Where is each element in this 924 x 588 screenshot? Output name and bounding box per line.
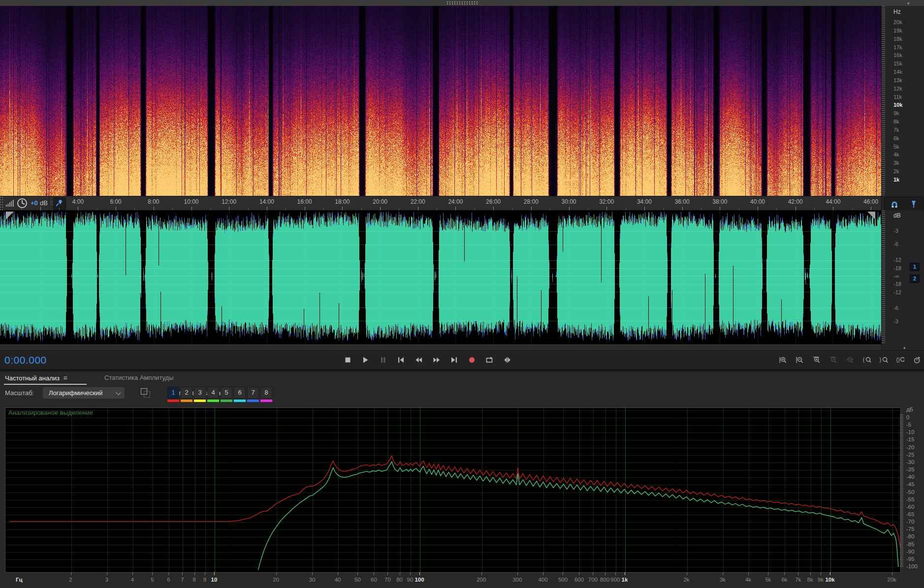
ruler-scroll-icon[interactable]: ▾ [907, 1, 910, 6]
transport-rewind-button[interactable] [413, 354, 425, 366]
timeline-tick [437, 208, 437, 210]
x-tick [593, 572, 593, 575]
magnet-icon [890, 200, 899, 209]
play-icon [361, 356, 370, 364]
x-tick-label: 2 [69, 577, 72, 583]
x-tick [543, 572, 543, 575]
hold-button-8[interactable]: 8 [260, 387, 272, 402]
y-tick-label: -90 [906, 549, 915, 555]
x-tick [798, 572, 798, 575]
audition-window: Hz ▾ 20k19k18k17k16k15k14k13k12k11k10k9k… [0, 0, 924, 588]
timeline-label: 46:00 [863, 198, 878, 205]
x-tick-label: 900 [610, 577, 620, 583]
frequency-plot[interactable] [5, 408, 900, 572]
panel-menu-icon[interactable]: ≡ [62, 374, 67, 382]
chevron-down-icon [116, 390, 121, 395]
hold-button-1[interactable]: 1 [167, 387, 179, 402]
copy-graph-button[interactable] [141, 388, 150, 397]
amplitude-ruler[interactable]: dB -3-6-12-18-∞-18-12-6-312 [881, 211, 924, 344]
y-tick-label: -60 [906, 504, 915, 510]
scale-select[interactable]: Логарифмический [42, 387, 125, 399]
timeline-tick [305, 207, 305, 210]
panel-grip[interactable] [0, 196, 3, 210]
spectrogram-view[interactable] [0, 6, 881, 196]
marker-pin-button[interactable] [907, 198, 920, 210]
transport-pause-button[interactable] [377, 354, 389, 366]
tab-frequency-analysis[interactable]: Частотный анализ ≡ [5, 374, 67, 382]
hold-button-label: 2 [181, 387, 192, 399]
x-tick [517, 572, 518, 575]
x-tick-label: 20k [887, 577, 896, 583]
waveform-view[interactable] [0, 211, 881, 344]
y-tick-label: -10 [906, 429, 915, 435]
transport-fast-forward-button[interactable] [430, 354, 443, 366]
x-tick-label: 1k [622, 577, 628, 583]
snapping-magnet-button[interactable] [888, 198, 900, 210]
timeline-label: 24:00 [448, 198, 463, 205]
ruler-scroll-down-icon[interactable]: ▴ [903, 345, 906, 350]
x-tick [276, 572, 277, 575]
transport-go-start-button[interactable] [395, 354, 407, 366]
x-tick-label: 40 [335, 577, 341, 583]
channel-badge[interactable]: 2 [910, 275, 920, 283]
zoom-out-point-button[interactable]: } [877, 354, 890, 366]
frequency-ruler-ticks [882, 6, 885, 196]
timeline-tick [512, 208, 512, 210]
zoom-selection-width-button[interactable]: {} [894, 354, 906, 366]
transport-go-end-button[interactable] [448, 354, 460, 366]
timeline-tick [361, 208, 362, 210]
x-tick-label: 7 [181, 577, 184, 583]
frequency-ruler[interactable]: Hz ▾ 20k19k18k17k16k15k14k13k12k11k10k9k… [881, 6, 924, 196]
hz-ruler-label: 9k [893, 110, 899, 116]
channel-badge[interactable]: 1 [910, 263, 920, 271]
x-tick [748, 572, 749, 575]
db-unit-label: dB [893, 212, 901, 219]
tab-amplitude-statistics[interactable]: Статистика Амплитуды [104, 374, 173, 381]
hz-ruler-label: 16k [893, 52, 902, 58]
zoom-in-horizontal-button[interactable] [810, 354, 823, 366]
zoom-out-vertical-button[interactable] [794, 354, 806, 366]
zoom-in-point-button[interactable]: { [860, 354, 873, 366]
skip-selection-icon [503, 356, 511, 364]
hz-ruler-label: 15k [893, 61, 902, 66]
fade-out-handle[interactable] [867, 212, 875, 219]
timeline-tick [342, 207, 343, 210]
x-tick-label: 70 [384, 577, 391, 583]
x-tick [768, 572, 768, 575]
x-tick [410, 572, 411, 575]
transport-play-button[interactable] [359, 354, 372, 366]
db-ruler-label: -12 [893, 289, 901, 295]
hold-button-7[interactable]: 7 [247, 387, 259, 402]
x-tick-label: 9k [818, 577, 824, 583]
timeline-ruler[interactable]: +0 dB 00 4:006:008:0010:0012:0014:0016:0… [0, 196, 881, 211]
hold-color-strip [260, 400, 272, 402]
hz-ruler-label: 3k [893, 160, 899, 166]
transport-skip-selection-button[interactable] [501, 354, 513, 366]
reset-zoom-button[interactable] [911, 354, 923, 366]
transport-loop-button[interactable] [483, 354, 496, 366]
x-tick [357, 572, 358, 575]
y-tick-label: -70 [906, 519, 915, 525]
x-tick-label: 10 [211, 577, 218, 583]
timeline-tick [833, 207, 833, 210]
hold-button-6[interactable]: 6 [234, 387, 246, 402]
timeline-tick [644, 207, 645, 210]
x-tick [784, 572, 785, 575]
y-tick-label: -55 [906, 496, 915, 502]
hold-button-5[interactable]: 5 [221, 387, 232, 402]
fade-in-handle[interactable] [6, 212, 14, 219]
hold-button-3[interactable]: 3 [194, 387, 206, 402]
hold-button-4[interactable]: 4 [207, 387, 219, 402]
zoom-in-vertical-button[interactable] [777, 354, 789, 366]
transport-stop-button[interactable] [342, 354, 354, 366]
timeline-tick [210, 208, 211, 210]
panel-drag-handle[interactable] [447, 1, 478, 4]
time-display[interactable]: 0:00.000 [4, 354, 47, 366]
db-ruler-label: -3 [893, 318, 898, 324]
x-tick [830, 572, 830, 575]
horizontal-scrollbar[interactable] [0, 344, 881, 350]
timeline-label: 22:00 [411, 198, 425, 205]
hold-button-2[interactable]: 2 [181, 387, 192, 402]
transport-record-button[interactable] [466, 354, 478, 366]
x-tick [687, 572, 687, 575]
